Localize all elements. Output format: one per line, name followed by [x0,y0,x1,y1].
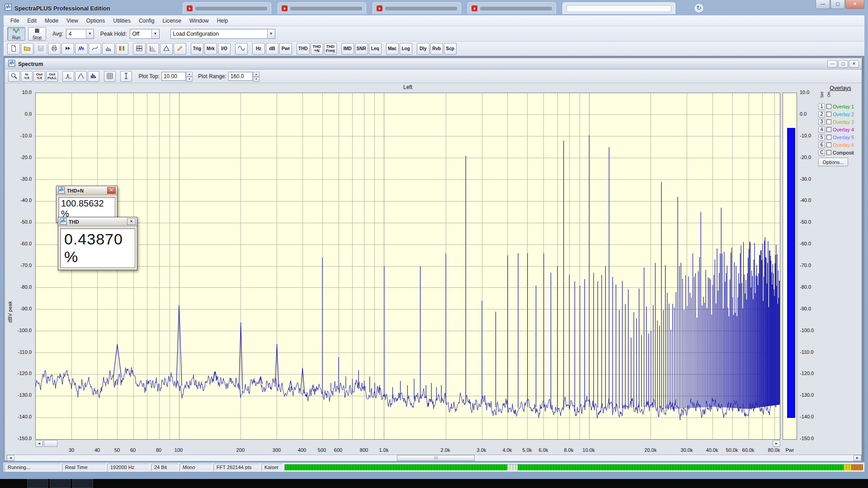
spin-up-icon[interactable]: ▲ [186,72,193,77]
child-close-button[interactable]: ✕ [849,60,859,68]
menu-item-utilities[interactable]: Utilities [109,16,135,26]
run-button[interactable]: Run [7,27,25,41]
scope-button[interactable]: Scp [444,43,457,55]
menu-item-mode[interactable]: Mode [41,16,62,26]
thd-freq-button[interactable]: THD Freq [324,43,337,55]
chevron-down-icon[interactable]: ▼ [267,29,275,38]
browser-tab[interactable] [183,2,271,14]
zoom-in-half-button[interactable]: In ½X [21,71,33,82]
hscroll-thumb[interactable] [397,455,475,461]
taskbar-tile[interactable] [72,479,93,488]
browser-tab[interactable] [278,2,366,14]
scaling-button[interactable] [146,43,159,55]
spectrum-view-button[interactable] [75,43,88,55]
phase-view-button[interactable] [89,43,101,55]
spectrum-hscrollbar[interactable]: ◄ ► [6,455,862,461]
thd-window[interactable]: THD ✕ 0.43870 % [58,217,137,270]
thd-n-close-button[interactable]: ✕ [107,187,116,194]
macro-button[interactable]: Mac [386,43,399,55]
child-maximize-button[interactable]: ▢ [838,60,848,68]
chevron-down-icon[interactable]: ▼ [86,29,94,38]
menu-item-view[interactable]: View [62,16,82,26]
overlay-on-checkbox-5[interactable] [826,135,831,140]
menu-item-config[interactable]: Config [135,16,159,26]
taskbar-tile[interactable] [50,479,71,488]
child-minimize-button[interactable]: — [827,60,837,68]
overlay-set-button-6[interactable]: 6 [818,142,825,148]
minimize-button[interactable]: — [816,0,830,9]
delta-button[interactable] [160,43,173,55]
io-button[interactable]: I/O [218,43,231,55]
overlay-set-button-3[interactable]: 3 [818,119,825,125]
imd-button[interactable]: IMD [341,43,354,55]
maximize-button[interactable]: ▢ [830,0,845,9]
edit-button[interactable] [174,43,186,55]
zoom-tool-button[interactable] [8,71,20,82]
overlay-on-checkbox-1[interactable] [826,104,831,109]
chevron-down-icon[interactable]: ▼ [151,29,159,38]
open-file-button[interactable] [21,43,33,55]
overlay-on-checkbox-3[interactable] [826,119,831,124]
new-file-button[interactable] [7,43,20,55]
zoom-out-half-button[interactable]: Out ½X [33,71,45,82]
overlay-set-button-1[interactable]: 1 [818,103,825,110]
print-button[interactable] [48,43,61,55]
browser-tab[interactable] [562,2,675,14]
tab-search-box[interactable] [566,5,671,12]
spectrum-window-titlebar[interactable]: Spectrum — ▢ ✕ [5,59,862,70]
overlays-options-button[interactable]: Options... [818,158,848,166]
dual-display-button[interactable] [133,43,146,55]
overlay-on-checkbox-2[interactable] [826,112,831,117]
surface-view-button[interactable] [102,43,115,55]
menu-item-license[interactable]: License [159,16,185,26]
plot-range-spinner[interactable]: ▲▼ [253,72,259,81]
fast-forward-button[interactable] [61,43,74,55]
refresh-button[interactable]: ↻ [694,3,704,13]
plot-scroll-left-button[interactable]: ◄ [35,440,43,447]
taskbar[interactable] [0,479,868,488]
bar-display-button[interactable] [88,71,99,82]
spin-up-icon[interactable]: ▲ [253,72,259,77]
thd-button[interactable]: THD [297,43,310,55]
leq-button[interactable]: Leq [369,43,382,55]
marker-button[interactable]: Mrk [204,43,217,55]
close-button[interactable]: ✕ [845,0,864,9]
db-button[interactable]: dB [266,43,278,55]
thd-close-button[interactable]: ✕ [127,218,136,225]
delay-button[interactable]: Dly [417,43,429,55]
overlay-on-checkbox-4[interactable] [826,127,831,132]
overlay-on-checkbox-6[interactable] [826,142,831,147]
spin-down-icon[interactable]: ▼ [253,77,259,82]
zoom-out-full-button[interactable]: Out FULL [46,71,58,82]
spin-down-icon[interactable]: ▼ [186,77,193,82]
trigger-button[interactable]: Trig [191,43,203,55]
menu-item-file[interactable]: File [6,16,23,26]
overlay-on-checkbox-C[interactable] [826,150,831,155]
reverb-button[interactable]: Rvb [430,43,443,55]
plot-scroll-thumb[interactable] [44,440,57,447]
plot-top-spinner[interactable]: ▲▼ [186,72,193,81]
grid-toggle-button[interactable] [104,71,116,82]
plot-top-input[interactable] [161,72,186,81]
hz-button[interactable]: Hz [252,43,265,55]
peak-hold-dropdown[interactable]: Off ▼ [130,29,160,39]
line-display-button[interactable] [75,71,87,82]
browser-tab[interactable] [373,2,461,14]
avg-dropdown[interactable]: 4 ▼ [66,29,94,39]
peak-display-button[interactable] [62,71,74,82]
load-configuration-dropdown[interactable]: Load Configuration ▼ [170,29,275,39]
browser-tab[interactable] [467,2,556,14]
spectrum-plot[interactable] [35,93,780,440]
taskbar-tile[interactable] [27,479,48,488]
overlay-set-button-4[interactable]: 4 [818,127,825,133]
marker-tool-button[interactable] [120,71,132,82]
log-button[interactable]: Log [400,43,412,55]
plot-scroll-right-button[interactable]: ► [773,440,780,447]
thd-n-titlebar[interactable]: THD+N ✕ [57,186,117,195]
hscroll-right-button[interactable]: ► [854,455,861,461]
snr-button[interactable]: SNR [355,43,368,55]
menu-item-help[interactable]: Help [213,16,232,26]
spectrogram-view-button[interactable] [116,43,128,55]
thd-titlebar[interactable]: THD ✕ [58,217,137,226]
pwr-button[interactable]: Pwr [279,43,292,55]
